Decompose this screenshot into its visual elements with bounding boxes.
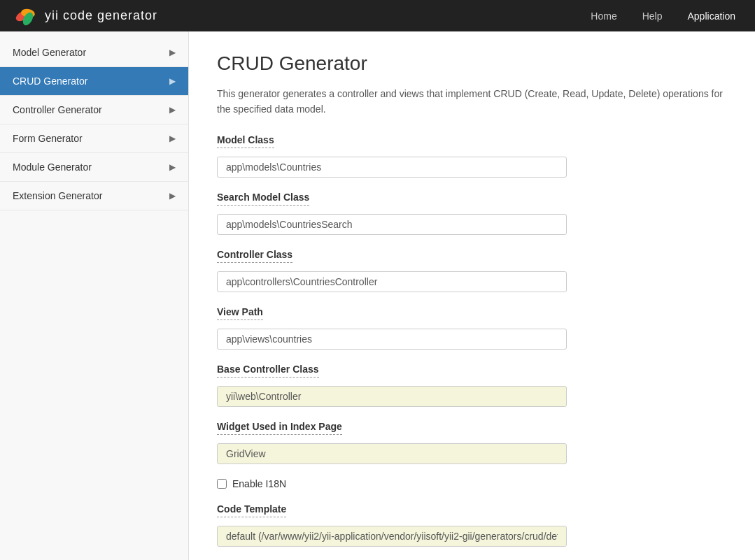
chevron-right-icon: ▶ — [169, 76, 176, 86]
sidebar-item-module-generator-label: Module Generator — [13, 161, 92, 173]
checkbox-i18n[interactable] — [217, 479, 227, 489]
input-widget[interactable] — [217, 443, 567, 464]
form-group-controller-class: Controller Class — [217, 249, 727, 292]
main-content: CRUD Generator This generator generates … — [189, 31, 755, 560]
form-group-base-controller-class: Base Controller Class — [217, 364, 727, 407]
label-view-path: View Path — [217, 306, 263, 320]
form-group-widget: Widget Used in Index Page — [217, 421, 727, 464]
logo-text: yii code generator — [45, 8, 157, 23]
label-controller-class: Controller Class — [217, 249, 292, 263]
sidebar-item-crud-generator[interactable]: CRUD Generator ▶ — [0, 67, 188, 96]
input-view-path[interactable] — [217, 329, 567, 350]
header: yii code generator Home Help Application — [0, 0, 755, 31]
page-description: This generator generates a controller an… — [217, 86, 727, 117]
form-group-view-path: View Path — [217, 306, 727, 350]
sidebar-item-controller-generator[interactable]: Controller Generator ▶ — [0, 96, 188, 124]
form-group-search-model-class: Search Model Class — [217, 192, 727, 235]
sidebar: Model Generator ▶ CRUD Generator ▶ Contr… — [0, 31, 189, 560]
page-title: CRUD Generator — [217, 52, 727, 75]
page-layout: Model Generator ▶ CRUD Generator ▶ Contr… — [0, 31, 755, 560]
label-i18n[interactable]: Enable I18N — [232, 478, 286, 489]
chevron-right-icon: ▶ — [169, 191, 176, 201]
yii-logo-icon — [14, 3, 39, 29]
sidebar-item-extension-generator-label: Extension Generator — [13, 190, 102, 201]
chevron-right-icon: ▶ — [169, 134, 176, 143]
sidebar-item-crud-generator-label: CRUD Generator — [13, 76, 87, 87]
sidebar-item-model-generator[interactable]: Model Generator ▶ — [0, 38, 188, 67]
sidebar-item-model-generator-label: Model Generator — [13, 47, 86, 58]
nav-help[interactable]: Help — [637, 8, 668, 24]
chevron-right-icon: ▶ — [169, 105, 176, 115]
chevron-right-icon: ▶ — [169, 162, 176, 172]
sidebar-item-form-generator-label: Form Generator — [13, 133, 83, 144]
form-group-code-template: Code Template — [217, 503, 727, 547]
logo: yii code generator — [14, 3, 585, 29]
checkbox-group-i18n: Enable I18N — [217, 478, 727, 489]
sidebar-item-controller-generator-label: Controller Generator — [13, 104, 102, 115]
input-search-model-class[interactable] — [217, 214, 567, 235]
header-nav: Home Help Application — [585, 8, 741, 24]
nav-application[interactable]: Application — [682, 8, 742, 24]
sidebar-item-form-generator[interactable]: Form Generator ▶ — [0, 124, 188, 153]
label-code-template: Code Template — [217, 503, 286, 517]
input-controller-class[interactable] — [217, 271, 567, 292]
nav-home[interactable]: Home — [585, 8, 622, 24]
label-search-model-class: Search Model Class — [217, 192, 309, 206]
form-group-model-class: Model Class — [217, 134, 727, 178]
label-model-class: Model Class — [217, 134, 274, 148]
sidebar-item-module-generator[interactable]: Module Generator ▶ — [0, 153, 188, 182]
label-base-controller-class: Base Controller Class — [217, 364, 319, 378]
label-widget: Widget Used in Index Page — [217, 421, 342, 435]
input-model-class[interactable] — [217, 157, 567, 178]
input-base-controller-class[interactable] — [217, 386, 567, 407]
sidebar-item-extension-generator[interactable]: Extension Generator ▶ — [0, 182, 188, 210]
input-code-template[interactable] — [217, 526, 567, 547]
chevron-right-icon: ▶ — [169, 48, 176, 57]
